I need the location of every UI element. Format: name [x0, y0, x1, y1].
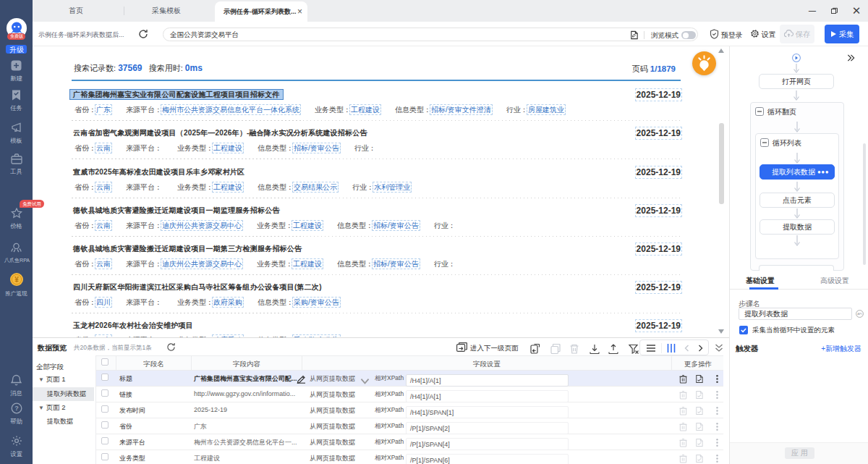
svg-text:APi: APi	[857, 312, 862, 316]
svg-text:?: ?	[14, 405, 19, 412]
svg-text:¥: ¥	[14, 276, 19, 284]
